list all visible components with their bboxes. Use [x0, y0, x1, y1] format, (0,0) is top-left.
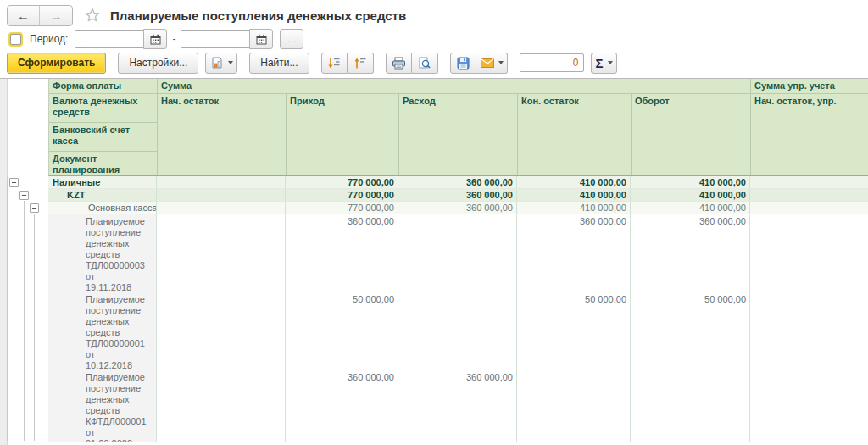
expand-groups-button[interactable] [348, 53, 374, 74]
report-grid: Форма оплаты Валюта денежных средств Бан… [48, 79, 868, 442]
tree-collapse-toggle-nalichnye[interactable] [9, 178, 19, 187]
cell-nach [157, 214, 286, 292]
tree-line [7, 177, 8, 441]
period-from-input[interactable] [75, 30, 144, 48]
cell-kon: 360 000,00 [517, 214, 631, 292]
header-group-row: Сумма Сумма упр. учета [158, 79, 868, 94]
dropdown-caret-icon [228, 61, 233, 64]
header-col-nach-ostatok: Нач. остаток [158, 94, 287, 175]
header-col-prihod: Приход [287, 94, 399, 175]
cell-upr [750, 189, 868, 201]
collapse-groups-icon [327, 57, 341, 70]
cell-prihod: 50 000,00 [286, 292, 398, 370]
toolbar: Сформировать Настройки... Найти... [7, 52, 617, 74]
cell-prihod: 360 000,00 [286, 214, 398, 292]
cell-upr [750, 292, 868, 370]
table-header: Форма оплаты Валюта денежных средств Бан… [48, 79, 868, 176]
cell-kon [517, 370, 631, 442]
period-to-calendar-button[interactable] [249, 29, 273, 49]
cell-nach [157, 370, 286, 442]
header-col-kon-ostatok: Кон. остаток [518, 94, 632, 175]
header-bank-account: Банковский счет касса [49, 123, 157, 152]
top-bar: ← → Планируемые поступления денежных сре… [7, 4, 406, 26]
tree-line [24, 201, 25, 441]
period-label: Период: [30, 33, 68, 45]
cell-nach [157, 176, 286, 188]
forward-button[interactable]: → [40, 6, 72, 25]
cell-upr [750, 202, 868, 214]
table-row-document-2[interactable]: Планируемое поступление денежных средств… [48, 292, 868, 370]
table-row-nalichnye[interactable]: Наличные 770 000,00 360 000,00 410 000,0… [48, 176, 868, 189]
settings-button[interactable]: Настройки... [118, 53, 198, 74]
find-button[interactable]: Найти... [249, 53, 309, 74]
calendar-icon [256, 34, 267, 45]
printer-icon [392, 57, 406, 70]
envelope-icon [481, 58, 494, 68]
save-icon [457, 57, 470, 70]
header-planning-document: Документ планирования [49, 152, 157, 175]
grouping-tree-rail [0, 79, 48, 441]
print-preview-icon [418, 57, 431, 70]
cell-kon: 410 000,00 [517, 176, 631, 188]
calendar-icon [150, 34, 161, 45]
cell-rashod [398, 292, 517, 370]
header-columns-row: Нач. остаток Приход Расход Кон. остаток … [158, 94, 868, 175]
collapse-groups-button[interactable] [321, 53, 348, 74]
header-col-rashod: Расход [399, 94, 518, 175]
generate-button[interactable]: Сформировать [7, 53, 106, 74]
table-row-osnovnaya-kassa[interactable]: Основная касса 770 000,00 360 000,00 410… [48, 202, 868, 214]
table-row-document-3[interactable]: Планируемое поступление денежных средств… [48, 370, 868, 442]
cell-rashod: 360 000,00 [398, 370, 517, 442]
back-arrow-icon: ← [17, 8, 30, 23]
cell-prihod: 360 000,00 [286, 370, 398, 442]
header-form-of-payment: Форма оплаты [49, 79, 157, 94]
period-more-button[interactable]: ... [280, 29, 303, 49]
print-button[interactable] [386, 53, 412, 74]
dropdown-caret-icon [608, 61, 613, 64]
tree-line [14, 188, 14, 441]
header-sum-upr-group: Сумма упр. учета [751, 79, 868, 93]
send-mail-button[interactable] [476, 53, 508, 74]
period-bar: Период: - ... [8, 29, 303, 49]
report-variants-icon [210, 56, 224, 70]
sigma-icon: Σ [596, 57, 604, 70]
cell-oborot: 50 000,00 [631, 292, 750, 370]
star-icon [84, 7, 101, 24]
tree-collapse-toggle-kzt[interactable] [19, 191, 29, 200]
header-col-nach-ostatok-upr: Нач. остаток, упр. [751, 94, 868, 175]
autosum-button[interactable]: Σ [591, 53, 617, 74]
cell-upr [750, 370, 868, 442]
report-spreadsheet: Форма оплаты Валюта денежных средств Бан… [0, 78, 868, 445]
sum-counter-input[interactable] [520, 53, 584, 72]
page-title: Планируемые поступления денежных средств [110, 8, 406, 23]
cell-oborot: 410 000,00 [631, 202, 750, 214]
back-button[interactable]: ← [8, 6, 40, 25]
row-label: Планируемое поступление денежных средств… [48, 292, 157, 370]
report-variants-button[interactable] [205, 53, 237, 74]
row-label: Основная касса [48, 202, 157, 214]
nav-button-group: ← → [7, 5, 73, 26]
header-label-column: Форма оплаты Валюта денежных средств Бан… [49, 79, 158, 175]
cell-rashod: 360 000,00 [398, 176, 517, 188]
row-label: Планируемое поступление денежных средств… [48, 370, 157, 442]
row-label: KZT [48, 189, 157, 201]
table-row-document-1[interactable]: Планируемое поступление денежных средств… [48, 214, 868, 292]
favorite-star-button[interactable] [83, 6, 102, 25]
cell-nach [157, 292, 286, 370]
header-currency: Валюта денежных средств [49, 94, 157, 123]
cell-upr [750, 176, 868, 188]
save-button[interactable] [450, 53, 476, 74]
header-sum-group: Сумма [158, 79, 751, 93]
period-to-input[interactable] [181, 30, 250, 48]
print-preview-button[interactable] [412, 53, 438, 74]
period-checkbox[interactable] [10, 34, 21, 45]
row-label: Планируемое поступление денежных средств… [48, 214, 157, 292]
cell-prihod: 770 000,00 [286, 176, 398, 188]
cell-oborot [631, 370, 750, 442]
period-from-calendar-button[interactable] [143, 29, 167, 49]
table-row-kzt[interactable]: KZT 770 000,00 360 000,00 410 000,00 410… [48, 189, 868, 202]
cell-oborot: 410 000,00 [631, 189, 750, 201]
forward-arrow-icon: → [50, 8, 63, 23]
tree-collapse-toggle-kassa[interactable] [30, 203, 39, 213]
period-from [75, 29, 167, 49]
